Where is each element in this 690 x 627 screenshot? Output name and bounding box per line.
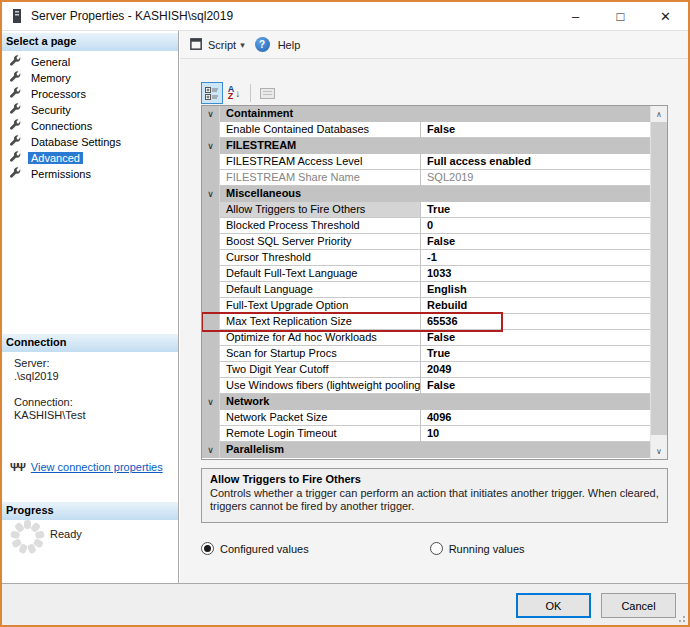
row-indent <box>202 298 220 314</box>
sidebar: Select a page General Memory Processors … <box>2 31 179 583</box>
sidebar-item-database-settings[interactable]: Database Settings <box>8 134 176 150</box>
property-value[interactable]: SQL2019 <box>421 170 650 186</box>
row-indent <box>202 346 220 362</box>
grid-scrollbar[interactable]: ∧ ∨ <box>650 106 667 459</box>
property-name: Blocked Process Threshold <box>220 218 421 234</box>
property-value[interactable]: -1 <box>421 250 650 266</box>
property-value[interactable]: True <box>421 202 650 218</box>
sidebar-item-label: Advanced <box>28 152 83 164</box>
connection-info: Server: .\sql2019 Connection: KASHISH\Te… <box>14 357 86 435</box>
titlebar[interactable]: Server Properties - KASHISH\sql2019 – □ … <box>2 2 688 31</box>
grid-category-parallelism[interactable]: ∨Parallelism <box>202 442 650 458</box>
property-value[interactable]: False <box>421 234 650 250</box>
property-value[interactable]: True <box>421 346 650 362</box>
property-value[interactable]: 1033 <box>421 266 650 282</box>
grid-row-default-language[interactable]: Default LanguageEnglish <box>202 282 650 298</box>
row-indent <box>202 314 220 330</box>
connection-value: KASHISH\Test <box>14 409 86 422</box>
property-name: Default Full-Text Language <box>220 266 421 282</box>
row-indent <box>202 122 220 138</box>
sidebar-item-label: Permissions <box>28 168 94 180</box>
alphabetical-sort-button[interactable]: AZ ↓ <box>223 82 245 104</box>
property-value[interactable]: 10 <box>421 426 650 442</box>
sidebar-item-connections[interactable]: Connections <box>8 118 176 134</box>
row-indent <box>202 218 220 234</box>
server-properties-dialog: Server Properties - KASHISH\sql2019 – □ … <box>0 0 690 627</box>
wrench-icon <box>8 151 22 165</box>
property-name: Enable Contained Databases <box>220 122 421 138</box>
script-dropdown-icon[interactable]: ▾ <box>240 40 245 50</box>
grid-row-blocked-process-threshold[interactable]: Blocked Process Threshold0 <box>202 218 650 234</box>
resize-grip[interactable] <box>676 613 686 623</box>
running-values-label: Running values <box>449 543 525 555</box>
progress-spinner-icon <box>10 520 44 554</box>
grid-row-use-windows-fibers-lightweight-pooling-[interactable]: Use Windows fibers (lightweight pooling)… <box>202 378 650 394</box>
sidebar-item-security[interactable]: Security <box>8 102 176 118</box>
property-value[interactable]: 4096 <box>421 410 650 426</box>
grid-category-network[interactable]: ∨Network <box>202 394 650 410</box>
sidebar-item-general[interactable]: General <box>8 54 176 70</box>
row-indent <box>202 362 220 378</box>
az-sort-icon: AZ ↓ <box>228 86 241 100</box>
property-value[interactable]: False <box>421 122 650 138</box>
grid-row-full-text-upgrade-option[interactable]: Full-Text Upgrade OptionRebuild <box>202 298 650 314</box>
script-button[interactable]: Script ▾ <box>189 37 255 52</box>
connection-label: Connection: <box>14 396 86 409</box>
grid-row-max-text-replication-size[interactable]: Max Text Replication Size65536 <box>202 314 650 330</box>
sidebar-item-processors[interactable]: Processors <box>8 86 176 102</box>
grid-row-filestream-share-name[interactable]: FILESTREAM Share NameSQL2019 <box>202 170 650 186</box>
grid-row-default-full-text-language[interactable]: Default Full-Text Language1033 <box>202 266 650 282</box>
maximize-icon[interactable]: □ <box>598 2 643 30</box>
sidebar-item-permissions[interactable]: Permissions <box>8 166 176 182</box>
grid-row-scan-for-startup-procs[interactable]: Scan for Startup ProcsTrue <box>202 346 650 362</box>
help-button[interactable]: ? Help <box>255 37 305 52</box>
progress-status: Ready <box>50 528 82 540</box>
grid-row-remote-login-timeout[interactable]: Remote Login Timeout10 <box>202 426 650 442</box>
grid-row-allow-triggers-to-fire-others[interactable]: Allow Triggers to Fire OthersTrue <box>202 202 650 218</box>
grid-category-miscellaneous[interactable]: ∨Miscellaneous <box>202 186 650 202</box>
radio-selected-icon <box>201 542 214 555</box>
grid-row-cursor-threshold[interactable]: Cursor Threshold-1 <box>202 250 650 266</box>
sidebar-item-label: Connections <box>28 120 95 132</box>
property-value[interactable]: 65536 <box>421 314 650 330</box>
scroll-up-icon[interactable]: ∧ <box>651 106 667 122</box>
row-indent <box>202 234 220 250</box>
select-a-page-header: Select a page <box>2 33 178 51</box>
configured-values-radio[interactable]: Configured values <box>201 542 309 555</box>
minimize-icon[interactable]: – <box>553 2 598 30</box>
property-value[interactable]: 2049 <box>421 362 650 378</box>
connection-properties-icon: ΨΨ <box>10 461 24 473</box>
property-grid: ∨ContainmentEnable Contained DatabasesFa… <box>201 105 668 460</box>
sidebar-item-advanced[interactable]: Advanced <box>8 150 176 166</box>
property-value[interactable]: English <box>421 282 650 298</box>
category-label: Parallelism <box>220 442 650 458</box>
close-icon[interactable]: ✕ <box>643 2 688 30</box>
ok-button[interactable]: OK <box>516 593 591 618</box>
wrench-icon <box>8 103 22 117</box>
property-value[interactable]: 0 <box>421 218 650 234</box>
grid-row-enable-contained-databases[interactable]: Enable Contained DatabasesFalse <box>202 122 650 138</box>
property-value[interactable]: False <box>421 378 650 394</box>
scroll-down-icon[interactable]: ∨ <box>651 443 667 459</box>
grid-row-two-digit-year-cutoff[interactable]: Two Digit Year Cutoff2049 <box>202 362 650 378</box>
row-indent <box>202 282 220 298</box>
cancel-button[interactable]: Cancel <box>601 593 676 618</box>
grid-row-filestream-access-level[interactable]: FILESTREAM Access LevelFull access enabl… <box>202 154 650 170</box>
scrollbar-thumb[interactable] <box>651 122 667 435</box>
property-grid-rows: ∨ContainmentEnable Contained DatabasesFa… <box>202 106 650 459</box>
property-value[interactable]: Full access enabled <box>421 154 650 170</box>
grid-category-containment[interactable]: ∨Containment <box>202 106 650 122</box>
grid-row-network-packet-size[interactable]: Network Packet Size4096 <box>202 410 650 426</box>
grid-row-optimize-for-ad-hoc-workloads[interactable]: Optimize for Ad hoc WorkloadsFalse <box>202 330 650 346</box>
wrench-icon <box>8 71 22 85</box>
property-value[interactable]: False <box>421 330 650 346</box>
view-connection-properties-link[interactable]: View connection properties <box>31 461 163 473</box>
server-label: Server: <box>14 357 86 370</box>
categorized-button[interactable] <box>201 82 223 104</box>
sidebar-item-memory[interactable]: Memory <box>8 70 176 86</box>
grid-row-boost-sql-server-priority[interactable]: Boost SQL Server PriorityFalse <box>202 234 650 250</box>
property-value[interactable]: Rebuild <box>421 298 650 314</box>
running-values-radio[interactable]: Running values <box>430 542 525 555</box>
row-indent <box>202 154 220 170</box>
grid-category-filestream[interactable]: ∨FILESTREAM <box>202 138 650 154</box>
